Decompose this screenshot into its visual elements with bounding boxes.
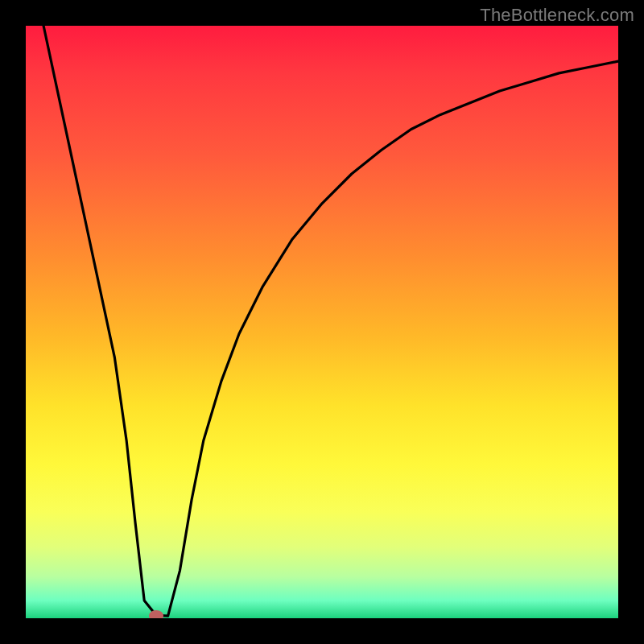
- chart-plot-area: [26, 26, 618, 618]
- chart-frame: TheBottleneck.com: [0, 0, 644, 644]
- watermark-text: TheBottleneck.com: [480, 5, 634, 26]
- chart-marker-icon: [149, 610, 163, 618]
- chart-curve: [26, 26, 618, 618]
